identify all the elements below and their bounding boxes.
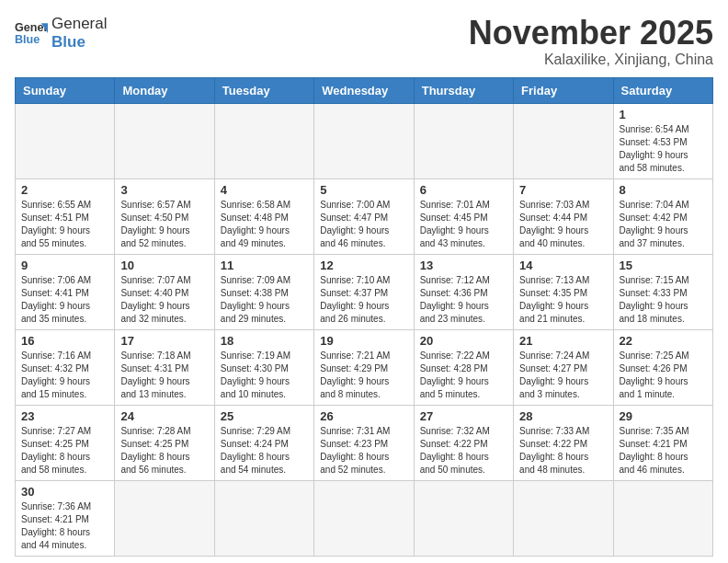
month-title: November 2025 (469, 15, 713, 52)
calendar-week-row: 2Sunrise: 6:55 AM Sunset: 4:51 PM Daylig… (16, 178, 713, 254)
svg-text:Blue: Blue (15, 33, 40, 46)
day-info: Sunrise: 7:19 AM Sunset: 4:30 PM Dayligh… (221, 350, 308, 401)
day-number: 7 (519, 183, 607, 197)
location-subtitle: Kalaxilike, Xinjiang, China (469, 52, 713, 68)
calendar-day-cell (514, 480, 613, 556)
calendar-day-cell: 7Sunrise: 7:03 AM Sunset: 4:44 PM Daylig… (514, 178, 613, 254)
calendar-day-cell: 17Sunrise: 7:18 AM Sunset: 4:31 PM Dayli… (115, 329, 214, 405)
day-info: Sunrise: 6:55 AM Sunset: 4:51 PM Dayligh… (21, 199, 108, 250)
weekday-header: Saturday (613, 77, 712, 103)
day-info: Sunrise: 7:28 AM Sunset: 4:25 PM Dayligh… (120, 425, 208, 477)
day-number: 8 (620, 183, 707, 197)
day-info: Sunrise: 7:25 AM Sunset: 4:26 PM Dayligh… (620, 350, 707, 401)
day-number: 12 (320, 259, 407, 272)
weekday-header: Tuesday (214, 77, 313, 103)
day-info: Sunrise: 6:54 AM Sunset: 4:53 PM Dayligh… (620, 123, 707, 175)
day-info: Sunrise: 6:57 AM Sunset: 4:50 PM Dayligh… (120, 199, 208, 250)
day-number: 10 (120, 259, 208, 272)
calendar-day-cell: 5Sunrise: 7:00 AM Sunset: 4:47 PM Daylig… (314, 178, 414, 254)
weekday-header: Sunday (16, 77, 115, 103)
logo-general: General (51, 15, 107, 33)
day-number: 29 (620, 409, 707, 423)
day-number: 1 (620, 108, 707, 121)
day-number: 14 (519, 259, 607, 272)
day-number: 18 (221, 334, 308, 348)
calendar-day-cell: 10Sunrise: 7:07 AM Sunset: 4:40 PM Dayli… (115, 254, 214, 329)
calendar-day-cell: 15Sunrise: 7:15 AM Sunset: 4:33 PM Dayli… (613, 254, 712, 329)
calendar-day-cell: 23Sunrise: 7:27 AM Sunset: 4:25 PM Dayli… (16, 405, 115, 480)
day-number: 23 (21, 409, 108, 423)
day-info: Sunrise: 7:16 AM Sunset: 4:32 PM Dayligh… (21, 350, 108, 401)
logo-icon: General Blue (15, 17, 48, 50)
calendar-day-cell (115, 103, 214, 178)
day-info: Sunrise: 7:21 AM Sunset: 4:29 PM Dayligh… (320, 350, 407, 401)
day-number: 5 (320, 183, 407, 197)
day-info: Sunrise: 7:09 AM Sunset: 4:38 PM Dayligh… (221, 274, 308, 326)
calendar-day-cell: 28Sunrise: 7:33 AM Sunset: 4:22 PM Dayli… (514, 405, 613, 480)
weekday-header: Friday (514, 77, 613, 103)
day-info: Sunrise: 7:32 AM Sunset: 4:22 PM Dayligh… (420, 425, 507, 477)
calendar-day-cell: 22Sunrise: 7:25 AM Sunset: 4:26 PM Dayli… (613, 329, 712, 405)
day-info: Sunrise: 7:36 AM Sunset: 4:21 PM Dayligh… (21, 500, 108, 552)
calendar-day-cell: 30Sunrise: 7:36 AM Sunset: 4:21 PM Dayli… (16, 480, 115, 556)
day-info: Sunrise: 7:06 AM Sunset: 4:41 PM Dayligh… (21, 274, 108, 326)
calendar-day-cell (115, 480, 214, 556)
calendar-day-cell: 13Sunrise: 7:12 AM Sunset: 4:36 PM Dayli… (414, 254, 513, 329)
calendar-day-cell: 26Sunrise: 7:31 AM Sunset: 4:23 PM Dayli… (314, 405, 414, 480)
day-info: Sunrise: 7:31 AM Sunset: 4:23 PM Dayligh… (320, 425, 407, 477)
day-number: 22 (620, 334, 707, 348)
day-number: 24 (120, 409, 208, 423)
day-number: 27 (420, 409, 507, 423)
day-number: 6 (420, 183, 507, 197)
calendar-week-row: 1Sunrise: 6:54 AM Sunset: 4:53 PM Daylig… (16, 103, 713, 178)
calendar-day-cell: 2Sunrise: 6:55 AM Sunset: 4:51 PM Daylig… (16, 178, 115, 254)
day-number: 4 (221, 183, 308, 197)
logo-blue: Blue (51, 33, 107, 52)
day-number: 19 (320, 334, 407, 348)
calendar-header-row: SundayMondayTuesdayWednesdayThursdayFrid… (16, 77, 713, 103)
weekday-header: Wednesday (314, 77, 414, 103)
day-info: Sunrise: 7:01 AM Sunset: 4:45 PM Dayligh… (420, 199, 507, 250)
day-info: Sunrise: 7:10 AM Sunset: 4:37 PM Dayligh… (320, 274, 407, 326)
calendar-day-cell: 20Sunrise: 7:22 AM Sunset: 4:28 PM Dayli… (414, 329, 513, 405)
calendar-day-cell: 12Sunrise: 7:10 AM Sunset: 4:37 PM Dayli… (314, 254, 414, 329)
calendar-day-cell (314, 480, 414, 556)
calendar-week-row: 23Sunrise: 7:27 AM Sunset: 4:25 PM Dayli… (16, 405, 713, 480)
calendar-day-cell (414, 480, 513, 556)
day-info: Sunrise: 7:13 AM Sunset: 4:35 PM Dayligh… (519, 274, 607, 326)
calendar-table: SundayMondayTuesdayWednesdayThursdayFrid… (15, 77, 713, 557)
day-number: 17 (120, 334, 208, 348)
calendar-day-cell (613, 480, 712, 556)
logo: General Blue General Blue (15, 15, 107, 52)
calendar-week-row: 9Sunrise: 7:06 AM Sunset: 4:41 PM Daylig… (16, 254, 713, 329)
day-info: Sunrise: 6:58 AM Sunset: 4:48 PM Dayligh… (221, 199, 308, 250)
day-number: 15 (620, 259, 707, 272)
day-number: 20 (420, 334, 507, 348)
weekday-header: Monday (115, 77, 214, 103)
calendar-day-cell: 9Sunrise: 7:06 AM Sunset: 4:41 PM Daylig… (16, 254, 115, 329)
calendar-day-cell: 27Sunrise: 7:32 AM Sunset: 4:22 PM Dayli… (414, 405, 513, 480)
calendar-day-cell: 21Sunrise: 7:24 AM Sunset: 4:27 PM Dayli… (514, 329, 613, 405)
calendar-day-cell: 19Sunrise: 7:21 AM Sunset: 4:29 PM Dayli… (314, 329, 414, 405)
calendar-day-cell: 16Sunrise: 7:16 AM Sunset: 4:32 PM Dayli… (16, 329, 115, 405)
day-number: 21 (519, 334, 607, 348)
day-info: Sunrise: 7:03 AM Sunset: 4:44 PM Dayligh… (519, 199, 607, 250)
day-info: Sunrise: 7:18 AM Sunset: 4:31 PM Dayligh… (120, 350, 208, 401)
day-number: 28 (519, 409, 607, 423)
day-info: Sunrise: 7:29 AM Sunset: 4:24 PM Dayligh… (221, 425, 308, 477)
day-info: Sunrise: 7:12 AM Sunset: 4:36 PM Dayligh… (420, 274, 507, 326)
day-info: Sunrise: 7:24 AM Sunset: 4:27 PM Dayligh… (519, 350, 607, 401)
day-info: Sunrise: 7:35 AM Sunset: 4:21 PM Dayligh… (620, 425, 707, 477)
title-block: November 2025 Kalaxilike, Xinjiang, Chin… (469, 15, 713, 68)
page-header: General Blue General Blue November 2025 … (15, 15, 713, 68)
calendar-day-cell: 8Sunrise: 7:04 AM Sunset: 4:42 PM Daylig… (613, 178, 712, 254)
calendar-day-cell: 11Sunrise: 7:09 AM Sunset: 4:38 PM Dayli… (214, 254, 313, 329)
day-number: 2 (21, 183, 108, 197)
day-number: 30 (21, 485, 108, 499)
calendar-day-cell: 24Sunrise: 7:28 AM Sunset: 4:25 PM Dayli… (115, 405, 214, 480)
calendar-day-cell: 6Sunrise: 7:01 AM Sunset: 4:45 PM Daylig… (414, 178, 513, 254)
calendar-day-cell: 18Sunrise: 7:19 AM Sunset: 4:30 PM Dayli… (214, 329, 313, 405)
day-info: Sunrise: 7:33 AM Sunset: 4:22 PM Dayligh… (519, 425, 607, 477)
calendar-week-row: 16Sunrise: 7:16 AM Sunset: 4:32 PM Dayli… (16, 329, 713, 405)
day-number: 25 (221, 409, 308, 423)
